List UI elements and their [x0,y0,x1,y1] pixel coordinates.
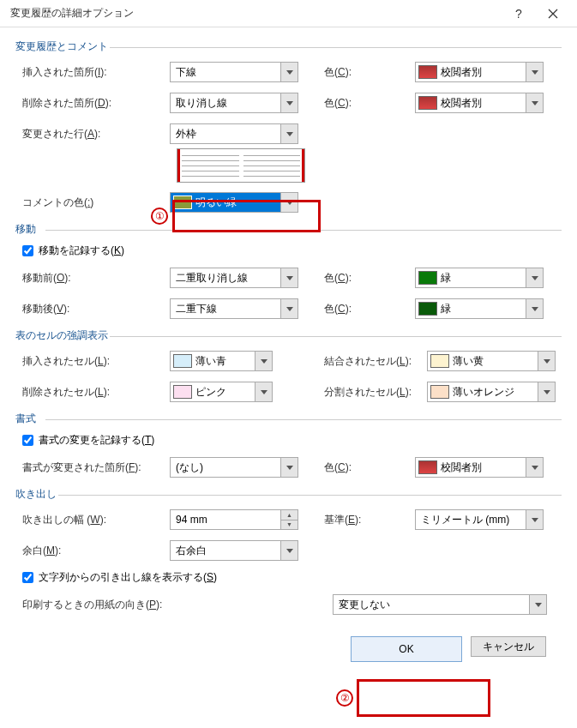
chevron-down-icon [526,510,543,529]
select-inserted-color[interactable]: 校閲者別 [415,62,544,82]
window-title: 変更履歴の詳細オプション [7,6,502,21]
chevron-down-icon [280,541,298,560]
section-balloons: 吹き出し [15,487,562,502]
cancel-button[interactable]: キャンセル [471,636,546,657]
label-measure: 基準(E): [324,513,415,527]
select-format-color[interactable]: 校閲者別 [415,457,544,478]
chevron-down-icon [526,93,543,112]
annotation-marker-1: ① [151,208,168,225]
chevron-down-icon [280,93,298,112]
chevron-down-icon [255,382,272,401]
swatch-icon [430,385,449,399]
chevron-down-icon [255,352,272,370]
section-format: 書式 [15,412,562,426]
label-deleted: 削除された箇所(D): [15,96,170,111]
label-color: 色(C): [324,271,415,286]
chevron-down-icon [280,193,298,212]
chevron-down-icon [280,299,298,318]
label-print-orient: 印刷するときの用紙の向き(P): [15,598,333,612]
label-inserted: 挿入された箇所(I): [15,65,170,80]
checkbox-draw-lines[interactable]: 文字列からの引き出し線を表示する(S) [15,570,562,585]
select-move-to-color[interactable]: 緑 [415,298,544,319]
help-button[interactable]: ? [502,1,536,27]
chevron-down-icon [538,382,555,401]
checkbox-input[interactable] [22,245,33,256]
select-ins-cell[interactable]: 薄い青 [170,351,273,371]
select-format-at[interactable]: (なし) [170,457,298,478]
swatch-icon [418,460,437,474]
chevron-down-icon [280,268,298,287]
chevron-down-icon [526,63,543,81]
select-print-orient[interactable]: 変更しない [333,594,547,615]
swatch-icon [418,302,437,316]
label-margin: 余白(M): [15,544,170,558]
label-move-from: 移動前(O): [15,271,170,286]
chevron-down-icon [280,124,298,143]
section-changes: 変更履歴とコメント [15,39,562,54]
label-changed-line: 変更された行(A): [15,127,170,141]
checkbox-track-moves[interactable]: 移動を記録する(K) [15,244,562,258]
titlebar: 変更履歴の詳細オプション ? [0,0,577,27]
chevron-down-icon [280,458,298,477]
select-merge-cell[interactable]: 薄い黄 [427,351,556,371]
swatch-icon [418,65,437,79]
close-button[interactable] [536,1,570,27]
checkbox-input[interactable] [22,572,33,583]
spinner-balloon-width[interactable]: 94 mm ▲▼ [170,509,298,530]
select-move-from-color[interactable]: 緑 [415,268,544,288]
annotation-marker-2: ② [336,689,353,707]
label-comment-color: コメントの色(:) [15,196,170,210]
label-color: 色(C): [324,460,415,475]
select-del-cell[interactable]: ピンク [170,382,273,402]
spinner-up-icon[interactable]: ▲ [280,510,298,520]
changed-line-preview [177,148,305,183]
select-inserted[interactable]: 下線 [170,62,298,82]
select-margin[interactable]: 右余白 [170,540,298,561]
chevron-down-icon [526,268,543,287]
chevron-down-icon [526,299,543,318]
checkbox-input[interactable] [22,435,33,446]
section-moves: 移動 [15,222,562,237]
label-color: 色(C): [324,65,415,80]
label-move-to: 移動後(V): [15,302,170,316]
select-deleted-color[interactable]: 校閲者別 [415,93,544,113]
swatch-icon [173,196,192,209]
section-cells: 表のセルの強調表示 [15,328,562,343]
chevron-down-icon [280,63,298,81]
select-comment-color[interactable]: 明るい緑 [170,192,298,213]
chevron-down-icon [538,352,555,370]
label-ins-cell: 挿入されたセル(L): [15,354,170,369]
select-move-to[interactable]: 二重下線 [170,298,298,319]
select-measure[interactable]: ミリメートル (mm) [415,509,544,530]
select-split-cell[interactable]: 薄いオレンジ [427,382,556,402]
label-split-cell: 分割されたセル(L): [324,385,427,400]
swatch-icon [418,271,437,285]
spinner-down-icon[interactable]: ▼ [280,520,298,530]
ok-button[interactable]: OK [351,636,462,662]
select-deleted[interactable]: 取り消し線 [170,93,298,113]
checkbox-label: 移動を記録する(K) [39,244,124,258]
label-color: 色(C): [324,302,415,316]
swatch-icon [173,354,192,368]
annotation-highlight-2 [357,679,490,717]
chevron-down-icon [526,458,543,477]
checkbox-label: 書式の変更を記録する(T) [39,433,154,448]
select-move-from[interactable]: 二重取り消し線 [170,268,298,288]
label-balloon-width: 吹き出しの幅 (W): [15,513,170,527]
chevron-down-icon [529,595,546,614]
select-changed-line[interactable]: 外枠 [170,123,298,144]
swatch-icon [430,354,449,368]
swatch-icon [418,96,437,110]
label-format-at: 書式が変更された箇所(F): [15,460,170,475]
label-del-cell: 削除されたセル(L): [15,385,170,400]
checkbox-track-format[interactable]: 書式の変更を記録する(T) [15,433,562,448]
label-merge-cell: 結合されたセル(L): [324,354,427,369]
swatch-icon [173,385,192,399]
checkbox-label: 文字列からの引き出し線を表示する(S) [39,570,217,585]
label-color: 色(C): [324,96,415,111]
